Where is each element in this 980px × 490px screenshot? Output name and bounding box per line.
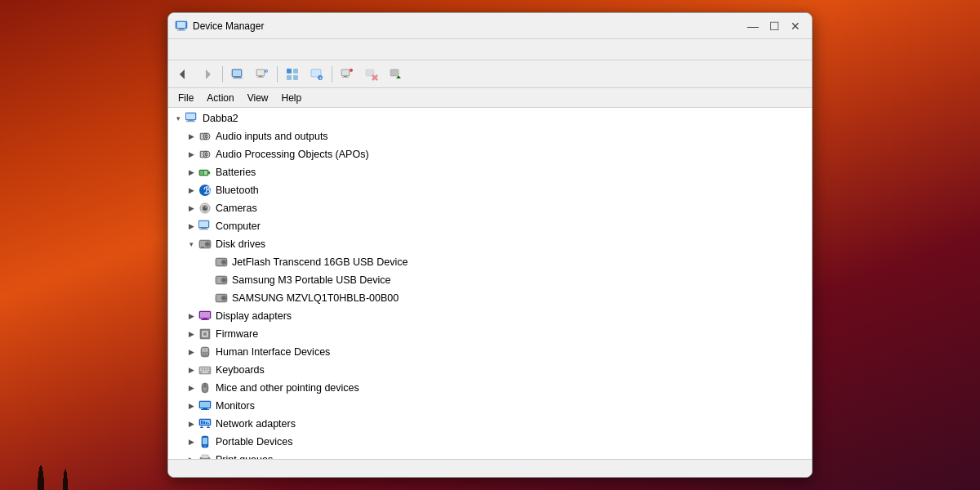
icon-audio-apo — [198, 147, 212, 162]
svg-marker-5 — [206, 69, 211, 79]
svg-rect-113 — [208, 423, 209, 424]
svg-rect-96 — [200, 370, 202, 372]
tree-item-cameras[interactable]: ▶ Cameras — [168, 199, 812, 217]
tree-item-batteries[interactable]: ▶ Batteries — [168, 163, 812, 181]
expand-audio-io[interactable]: ▶ — [185, 130, 198, 143]
label-display: Display adapters — [216, 310, 292, 322]
expand-bluetooth[interactable]: ▶ — [185, 184, 198, 197]
expand-network[interactable]: ▶ — [185, 417, 198, 430]
minimize-button[interactable]: — — [743, 16, 763, 36]
tree-item-computer[interactable]: ▶ Computer — [168, 217, 812, 235]
device-manager-window: Device Manager — ☐ ✕ — [167, 12, 813, 478]
tree-item-print[interactable]: ▶ Print queues — [168, 451, 812, 459]
tree-item-display[interactable]: ▶ Display adapters — [168, 307, 812, 325]
expand-cameras[interactable]: ▶ — [185, 202, 198, 215]
tree-item-disk-3[interactable]: ▶ SAMSUNG MZVLQ1T0HBLB-00B00 — [168, 289, 812, 307]
tree-item-audio-apo[interactable]: ▶ Audio Processing Objects (APOs) — [168, 145, 812, 163]
svg-rect-99 — [207, 370, 209, 372]
devmgr-button[interactable]: ? — [251, 64, 274, 85]
icon-disk-1 — [214, 255, 229, 270]
expand-display[interactable]: ▶ — [185, 310, 198, 323]
tree-item-audio-io[interactable]: ▶ Audio inputs and outputs — [168, 127, 812, 145]
tree-item-mice[interactable]: ▶ Mice and other pointing devices — [168, 379, 812, 397]
back-button[interactable] — [172, 64, 194, 85]
expand-batteries[interactable]: ▶ — [185, 166, 198, 179]
svg-rect-7 — [233, 70, 241, 76]
svg-rect-97 — [203, 370, 204, 372]
menu-action[interactable]: Action — [200, 91, 240, 105]
svg-rect-26 — [342, 77, 349, 78]
tree-item-root[interactable]: ▾ Dabba2 — [168, 109, 812, 127]
label-cameras: Cameras — [216, 203, 257, 214]
title-bar: Device Manager — ☐ ✕ — [168, 13, 812, 39]
remove-button[interactable] — [360, 64, 383, 85]
tree-item-keyboards[interactable]: ▶ Keyboards — [168, 361, 812, 379]
tree-item-disk-2[interactable]: ▶ Samsung M3 Portable USB Device — [168, 271, 812, 289]
svg-rect-9 — [233, 78, 243, 78]
svg-rect-57 — [199, 221, 208, 227]
svg-rect-107 — [201, 409, 209, 410]
close-button[interactable]: ✕ — [786, 16, 805, 36]
tree-item-monitors[interactable]: ▶ Monitors — [168, 397, 812, 415]
properties-button[interactable] — [226, 64, 249, 85]
tree-item-disk-1[interactable]: ▶ JetFlash Transcend 16GB USB Device — [168, 253, 812, 271]
svg-point-55 — [205, 207, 207, 208]
expand-audio-apo[interactable]: ▶ — [185, 148, 198, 161]
expand-computer[interactable]: ▶ — [185, 220, 198, 233]
menu-file[interactable]: File — [172, 91, 200, 105]
label-keyboards: Keyboards — [216, 364, 265, 376]
svg-rect-106 — [203, 408, 207, 409]
expand-keyboards[interactable]: ▶ — [185, 363, 198, 376]
expand-firmware[interactable]: ▶ — [185, 327, 198, 341]
svg-point-72 — [223, 279, 225, 281]
tree-item-bluetooth[interactable]: ▶ ℬ Bluetooth — [168, 181, 812, 199]
expand-monitors[interactable]: ▶ — [185, 399, 198, 412]
label-computer: Computer — [216, 220, 261, 232]
expand-hid[interactable]: ▶ — [185, 345, 198, 359]
svg-point-90 — [207, 353, 208, 354]
tree-item-network[interactable]: ▶ Network adapters — [168, 415, 812, 433]
icon-display — [198, 309, 212, 323]
icon-audio-io — [198, 129, 212, 144]
menu-view[interactable]: View — [241, 91, 275, 105]
expand-disk-drives[interactable]: ▾ — [185, 238, 198, 251]
svg-rect-17 — [293, 69, 298, 74]
label-audio-io: Audio inputs and outputs — [216, 131, 328, 142]
expand-print[interactable]: ▶ — [185, 453, 198, 459]
svg-rect-31 — [390, 69, 399, 76]
tree-item-disk-drives[interactable]: ▾ Disk drives — [168, 235, 812, 253]
tree-item-firmware[interactable]: ▶ Firmware — [168, 325, 812, 343]
expand-root[interactable]: ▾ — [172, 112, 185, 125]
tree-item-hid[interactable]: ▶ Human Interface Devices — [168, 343, 812, 361]
device-tree[interactable]: ▾ Dabba2 ▶ — [168, 108, 812, 459]
expand-mice[interactable]: ▶ — [185, 381, 198, 394]
forward-button[interactable] — [196, 64, 219, 85]
view2-button[interactable]: + — [305, 64, 328, 85]
svg-point-68 — [223, 261, 225, 263]
menu-help[interactable]: Help — [275, 91, 309, 105]
svg-rect-37 — [186, 121, 195, 122]
icon-disk-3 — [214, 291, 229, 305]
svg-rect-94 — [205, 368, 207, 369]
update-button[interactable] — [385, 64, 408, 85]
icon-hid — [198, 345, 212, 359]
svg-rect-13 — [257, 77, 264, 78]
scan-button[interactable] — [336, 64, 359, 85]
maximize-button[interactable]: ☐ — [764, 16, 784, 36]
svg-rect-35 — [186, 114, 195, 119]
tree-item-portable[interactable]: ▶ Portable Devices — [168, 433, 812, 451]
icon-keyboards — [198, 363, 212, 377]
status-bar — [168, 459, 812, 477]
icon-bluetooth: ℬ — [198, 183, 212, 198]
window-title: Device Manager — [193, 20, 264, 32]
icon-firmware — [198, 327, 212, 341]
view1-button[interactable] — [281, 64, 304, 85]
label-disk-1: JetFlash Transcend 16GB USB Device — [232, 256, 408, 268]
icon-computer — [198, 219, 212, 234]
expand-portable[interactable]: ▶ — [185, 435, 198, 448]
label-portable: Portable Devices — [216, 436, 293, 448]
svg-rect-36 — [188, 120, 194, 121]
label-bluetooth: Bluetooth — [216, 185, 259, 196]
svg-rect-1 — [177, 22, 185, 28]
svg-rect-49 — [204, 171, 207, 175]
